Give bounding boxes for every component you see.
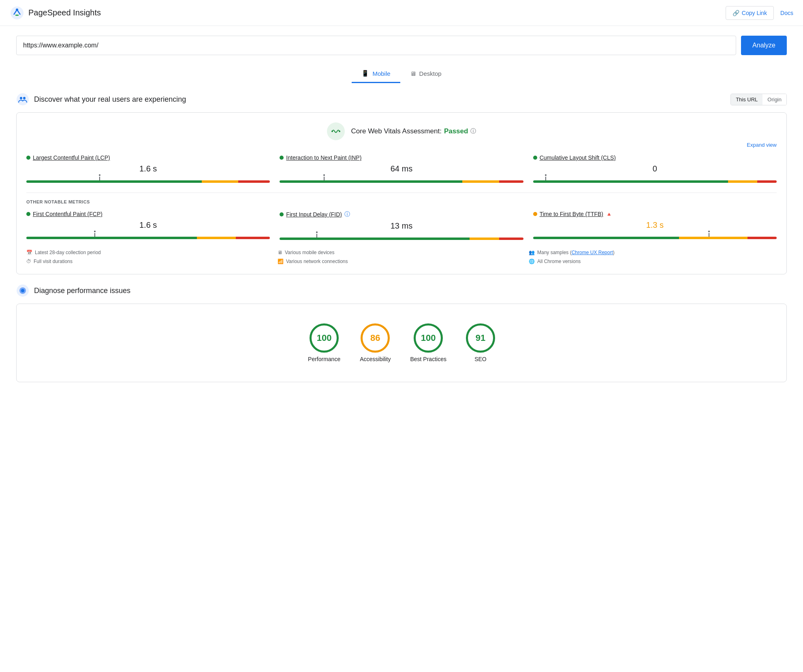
device-tabs: 📱 Mobile 🖥 Desktop: [0, 65, 803, 83]
core-web-vitals-card: Core Web Vitals Assessment: Passed ⓘ Exp…: [16, 112, 787, 274]
best-practices-label: Best Practices: [410, 356, 446, 362]
lcp-link[interactable]: Largest Contentful Paint (LCP): [33, 154, 110, 161]
ttfb-status-dot: [533, 212, 537, 216]
monitor-icon: 🖥: [278, 250, 282, 255]
other-metrics-grid: First Contentful Paint (FCP) 1.6 s First…: [26, 211, 777, 240]
users-icon: [16, 93, 29, 106]
this-url-button[interactable]: This URL: [731, 94, 762, 105]
svg-point-0: [11, 6, 23, 19]
search-section: Analyze: [0, 26, 803, 65]
svg-point-7: [339, 131, 340, 132]
svg-point-1: [16, 9, 18, 11]
expand-view-link[interactable]: Expand view: [26, 142, 777, 148]
lcp-value: 1.6 s: [26, 163, 270, 175]
score-accessibility: 86 Accessibility: [360, 323, 391, 362]
metric-inp: Interaction to Next Paint (INP) 64 ms: [280, 154, 523, 183]
cwv-status: Passed: [444, 127, 468, 135]
field-data-header: Discover what your real users are experi…: [0, 93, 803, 106]
header-actions: 🔗 Copy Link Docs: [726, 6, 793, 20]
cwv-icon: [327, 122, 345, 140]
fid-link[interactable]: First Input Delay (FID): [286, 211, 342, 218]
inp-bar: [280, 177, 523, 183]
inp-link[interactable]: Interaction to Next Paint (INP): [286, 154, 361, 161]
performance-circle: 100: [310, 323, 339, 353]
tab-desktop[interactable]: 🖥 Desktop: [400, 65, 451, 83]
inp-status-dot: [280, 156, 284, 160]
ttfb-marker: [709, 231, 709, 237]
link-icon: 🔗: [733, 10, 739, 16]
cwv-title: Core Web Vitals Assessment:: [351, 127, 442, 135]
footer-visit-duration: ⏱ Full visit durations: [26, 259, 274, 264]
metric-cls: Cumulative Layout Shift (CLS) 0: [533, 154, 777, 183]
field-data-title: Discover what your real users are experi…: [34, 95, 186, 104]
svg-point-3: [17, 93, 29, 105]
copy-link-button[interactable]: 🔗 Copy Link: [726, 6, 774, 20]
score-best-practices: 100 Best Practices: [410, 323, 446, 362]
other-metrics-label: OTHER NOTABLE METRICS: [26, 199, 777, 204]
footer-chrome-versions: 🌐 All Chrome versions: [529, 259, 777, 264]
svg-point-4: [20, 97, 22, 99]
score-seo: 91 SEO: [466, 323, 495, 362]
pagespeed-logo-icon: [10, 6, 24, 20]
wifi-icon: 📶: [278, 259, 284, 264]
metric-fid: First Input Delay (FID) ⓘ 13 ms: [280, 211, 523, 240]
inp-marker: [324, 175, 325, 180]
cls-marker: [545, 175, 546, 180]
svg-point-5: [23, 97, 26, 99]
footer-samples: 👥 Many samples (Chrome UX Report): [529, 250, 777, 255]
field-data-footer: 📅 Latest 28-day collection period 🖥 Vari…: [26, 250, 777, 264]
fcp-status-dot: [26, 212, 30, 216]
field-data-title-area: Discover what your real users are experi…: [16, 93, 186, 106]
lcp-status-dot: [26, 156, 30, 160]
fcp-bar: [26, 233, 270, 239]
svg-rect-2: [15, 15, 19, 16]
main-metrics-grid: Largest Contentful Paint (LCP) 1.6 s Int…: [26, 154, 777, 183]
performance-label: Performance: [308, 356, 340, 362]
diagnose-title: Diagnose performance issues: [34, 287, 130, 295]
seo-circle: 91: [466, 323, 495, 353]
lcp-marker: [99, 175, 100, 180]
cls-status-dot: [533, 156, 537, 160]
desktop-icon: 🖥: [410, 70, 416, 77]
metric-lcp: Largest Contentful Paint (LCP) 1.6 s: [26, 154, 270, 183]
lcp-bar: [26, 177, 270, 183]
mobile-icon: 📱: [361, 70, 369, 77]
origin-button[interactable]: Origin: [762, 94, 786, 105]
fid-status-dot: [280, 212, 284, 216]
fcp-marker: [94, 231, 95, 237]
footer-collection-period: 📅 Latest 28-day collection period: [26, 250, 274, 255]
clock-icon: ⏱: [26, 259, 31, 264]
svg-point-6: [331, 131, 333, 132]
url-input[interactable]: [16, 36, 736, 55]
app-header: PageSpeed Insights 🔗 Copy Link Docs: [0, 0, 803, 26]
fid-info-icon[interactable]: ⓘ: [344, 211, 350, 218]
fid-bar: [280, 234, 523, 240]
tab-mobile[interactable]: 📱 Mobile: [352, 65, 400, 83]
ttfb-warning-icon: 🔺: [606, 211, 612, 217]
chrome-ux-report-link[interactable]: Chrome UX Report: [572, 250, 613, 255]
calendar-icon: 📅: [26, 250, 32, 255]
url-origin-toggle: This URL Origin: [730, 94, 787, 105]
diagnose-header: Diagnose performance issues: [0, 284, 803, 297]
ttfb-value: 1.3 s: [533, 219, 777, 231]
ttfb-link[interactable]: Time to First Byte (TTFB): [540, 211, 603, 217]
cwv-title-area: Core Web Vitals Assessment: Passed ⓘ: [351, 127, 476, 135]
scores-grid: 100 Performance 86 Accessibility 100 Bes…: [26, 314, 777, 372]
chrome-icon: 🌐: [529, 259, 535, 264]
footer-devices: 🖥 Various mobile devices: [278, 250, 525, 255]
fcp-link[interactable]: First Contentful Paint (FCP): [33, 211, 103, 217]
cls-value: 0: [533, 163, 777, 175]
analyze-button[interactable]: Analyze: [741, 36, 787, 55]
docs-link[interactable]: Docs: [780, 10, 793, 16]
fcp-value: 1.6 s: [26, 219, 270, 231]
cls-link[interactable]: Cumulative Layout Shift (CLS): [540, 154, 616, 161]
cwv-header: Core Web Vitals Assessment: Passed ⓘ: [26, 122, 777, 140]
fid-marker: [316, 232, 317, 238]
seo-label: SEO: [474, 356, 487, 362]
accessibility-label: Accessibility: [360, 356, 391, 362]
metrics-divider: [26, 193, 777, 193]
metric-ttfb: Time to First Byte (TTFB) 🔺 1.3 s: [533, 211, 777, 240]
cwv-info-icon[interactable]: ⓘ: [470, 128, 476, 135]
svg-point-10: [21, 289, 24, 292]
score-performance: 100 Performance: [308, 323, 340, 362]
